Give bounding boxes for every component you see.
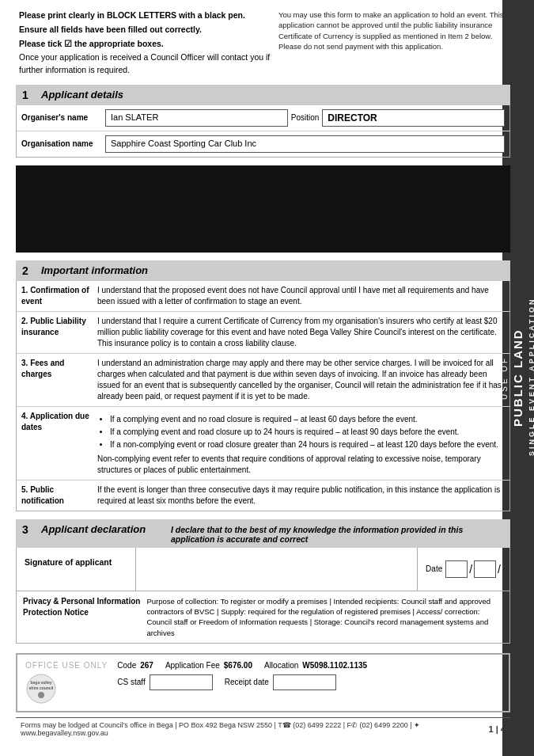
declaration-text: I declare that to the best of my knowled… <box>171 523 504 544</box>
svg-text:bega valley: bega valley <box>31 680 52 685</box>
top-instructions: Please print clearly in BLOCK LETTERS wi… <box>16 9 510 78</box>
section1-title: Applicant details <box>41 89 123 101</box>
footer-text: Forms may be lodged at Council's office … <box>21 721 489 737</box>
signature-block: Signature of applicant Date / / <box>16 548 510 591</box>
applicant-details-block: Organiser's name Ian SLATER Position DIR… <box>16 105 510 158</box>
privacy-block: Privacy & Personal Information Protectio… <box>16 591 510 644</box>
bullet-1: If a complying event and no road closure… <box>110 414 505 425</box>
signature-field[interactable] <box>135 548 418 591</box>
info-label-2: 2. Public Liability insurance <box>21 316 93 349</box>
section2-num: 2 <box>22 264 35 277</box>
position-field[interactable]: DIRECTOR <box>322 109 505 127</box>
page-number: 1 | 4 <box>489 724 506 734</box>
organiser-row: Organiser's name Ian SLATER Position DIR… <box>17 105 509 131</box>
council-logo: bega valley shire council <box>25 673 81 705</box>
info-content-5: If the event is longer than three consec… <box>97 484 505 507</box>
privacy-title: Privacy & Personal Information Protectio… <box>23 596 140 638</box>
cs-staff-group: CS staff <box>117 674 212 690</box>
app-fee-group: Application Fee $676.00 <box>165 661 252 670</box>
signature-label: Signature of applicant <box>17 548 135 591</box>
section1-num: 1 <box>22 89 35 101</box>
info-row-3: 3. Fees and charges I understand an admi… <box>17 354 509 407</box>
section1-header: 1 Applicant details <box>16 85 510 105</box>
date-month[interactable] <box>474 560 496 578</box>
office-use-title: OFFICE USE ONLY <box>25 661 108 670</box>
top-instructions-right: You may use this form to make an applica… <box>278 9 507 78</box>
allocation-value: W5098.1102.1135 <box>302 661 367 670</box>
info-content-2: I understand that I require a current Ce… <box>97 316 505 349</box>
instruction-line3: Please tick ☑ the appropriate boxes. <box>19 38 271 51</box>
cs-staff-field[interactable] <box>150 674 213 690</box>
important-info-block: 1. Confirmation of event I understand th… <box>16 281 510 511</box>
bullet-2: If a complying event and road closure up… <box>110 427 505 438</box>
info-row-2: 2. Public Liability insurance I understa… <box>17 312 509 354</box>
code-group: Code 267 <box>117 661 153 670</box>
position-label: Position <box>291 113 320 122</box>
allocation-label: Allocation <box>264 661 298 670</box>
section2-header: 2 Important information <box>16 260 510 281</box>
section2-title: Important information <box>41 264 148 276</box>
office-use-block: OFFICE USE ONLY bega valley shire counci… <box>16 653 510 712</box>
info-label-1: 1. Confirmation of event <box>21 285 93 307</box>
date-day[interactable] <box>445 560 468 578</box>
info-label-3: 3. Fees and charges <box>21 358 93 402</box>
cs-staff-label: CS staff <box>117 678 145 686</box>
section3-num: 3 <box>22 523 35 536</box>
office-row-2: CS staff Receipt date <box>117 674 501 690</box>
instruction-line1: Please print clearly in BLOCK LETTERS wi… <box>19 9 271 22</box>
info-row-4: 4. Application due dates If a complying … <box>17 407 509 481</box>
code-value: 267 <box>140 661 153 670</box>
section3-header: 3 Applicant declaration I declare that t… <box>16 519 510 548</box>
info-extra-4: Non-complying event refer to events that… <box>97 454 505 476</box>
organiser-label: Organiser's name <box>21 113 100 122</box>
info-content-4: If a complying event and no road closure… <box>97 411 505 476</box>
receipt-date-label: Receipt date <box>225 678 269 686</box>
section3-header-left: 3 Applicant declaration <box>22 523 165 536</box>
organiser-name-field[interactable]: Ian SLATER <box>105 109 288 127</box>
app-fee-label: Application Fee <box>165 661 220 670</box>
svg-text:shire council: shire council <box>29 686 54 690</box>
info-label-4: 4. Application due dates <box>21 411 93 476</box>
info-row-5: 5. Public notification If the event is l… <box>17 481 509 511</box>
office-logo-area: OFFICE USE ONLY bega valley shire counci… <box>25 661 108 705</box>
svg-point-3 <box>38 692 44 698</box>
allocation-group: Allocation W5098.1102.1135 <box>264 661 367 670</box>
date-area: Date / / <box>418 548 509 591</box>
date-fields: / / <box>445 560 502 578</box>
footer: Forms may be lodged at Council's office … <box>16 717 510 740</box>
office-row-1: Code 267 Application Fee $676.00 Allocat… <box>117 661 501 670</box>
map-image <box>16 165 510 253</box>
date-label: Date <box>426 564 442 573</box>
side-banner-line3: SINGLE EVENT APPLICATION <box>528 297 534 456</box>
instruction-line4: Once your application is received a Coun… <box>19 51 271 77</box>
info-content-3: I understand an administration charge ma… <box>97 358 505 402</box>
org-name-row: Organisation name Sapphire Coast Sportin… <box>17 131 509 157</box>
info-content-1: I understand that the proposed event doe… <box>97 285 505 307</box>
info-label-5: 5. Public notification <box>21 484 93 507</box>
app-fee-value: $676.00 <box>224 661 252 670</box>
bullet-3: If a non-complying event or road closure… <box>110 439 505 450</box>
top-instructions-left: Please print clearly in BLOCK LETTERS wi… <box>19 9 271 78</box>
organiser-field-group: Ian SLATER Position DIRECTOR <box>105 109 505 127</box>
privacy-content: Purpose of collection: To register or mo… <box>146 596 503 638</box>
info-row-1: 1. Confirmation of event I understand th… <box>17 281 509 312</box>
receipt-date-field[interactable] <box>273 674 336 690</box>
section3-title: Applicant declaration <box>41 523 146 535</box>
org-name-field[interactable]: Sapphire Coast Sporting Car Club Inc <box>105 135 505 153</box>
code-label: Code <box>117 661 136 670</box>
org-name-label: Organisation name <box>21 139 100 148</box>
office-fields: Code 267 Application Fee $676.00 Allocat… <box>117 661 501 690</box>
receipt-date-group: Receipt date <box>225 674 336 690</box>
instruction-line2: Ensure all fields have been filled out c… <box>19 24 271 36</box>
